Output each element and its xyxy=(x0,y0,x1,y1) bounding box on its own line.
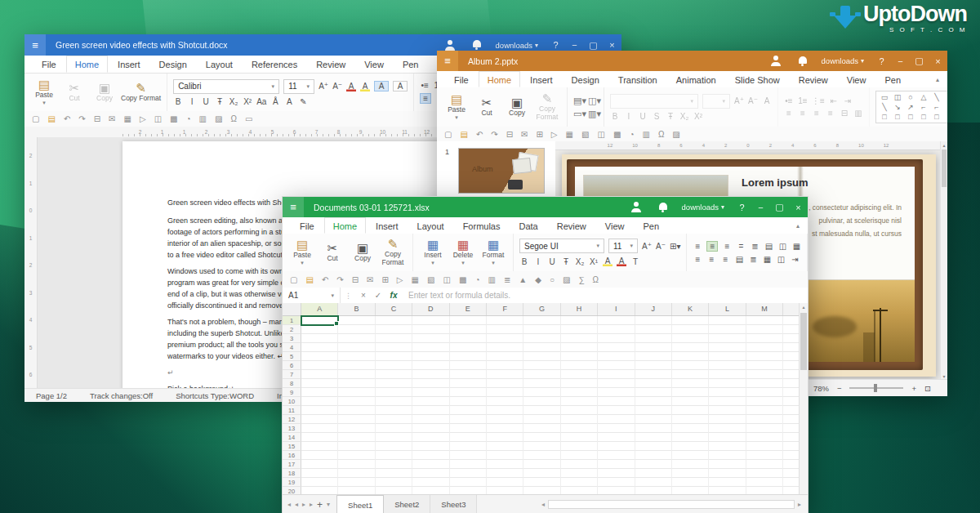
copy-format-button[interactable]: ✎Copy Format xyxy=(121,82,161,103)
quick-tool-icon[interactable]: ⊞ xyxy=(536,130,542,139)
cell-B19[interactable] xyxy=(338,478,375,487)
copy-format-button[interactable]: ✎Copy Format xyxy=(379,238,407,267)
cell-H3[interactable] xyxy=(561,334,598,343)
cell-K11[interactable] xyxy=(672,406,709,415)
quick-tool-icon[interactable]: ▷ xyxy=(140,114,146,123)
cell-I5[interactable] xyxy=(598,352,635,361)
cell-A5[interactable] xyxy=(301,352,338,361)
cell-I1[interactable] xyxy=(598,316,635,325)
quick-tool-icon[interactable]: ▩ xyxy=(613,130,621,139)
cell-C15[interactable] xyxy=(376,442,412,451)
list-format-button[interactable]: •≡ xyxy=(784,96,794,105)
column-header[interactable]: K xyxy=(672,303,709,315)
quick-tool-icon[interactable]: ▷ xyxy=(551,130,558,139)
menu-tab[interactable]: Review xyxy=(790,71,837,87)
text-format-button[interactable]: X¹ xyxy=(589,257,599,266)
text-format-button[interactable]: I xyxy=(624,112,634,121)
font-size-step-button[interactable]: A⁻ xyxy=(748,96,758,105)
shape-icon[interactable]: ╲ xyxy=(945,93,947,101)
paste-button[interactable]: ▤Paste▾ xyxy=(288,239,316,266)
cell-B9[interactable] xyxy=(338,388,375,397)
menu-tab[interactable]: Layout xyxy=(197,56,242,73)
cell-I4[interactable] xyxy=(598,343,635,352)
sheet-tab[interactable]: Sheet2 xyxy=(384,495,430,513)
row-header[interactable]: 14 xyxy=(283,433,301,442)
app-menu-button[interactable]: ≡ xyxy=(437,51,458,71)
app-menu-button[interactable]: ≡ xyxy=(24,34,46,56)
cut-button[interactable]: ✂Cut xyxy=(60,82,88,103)
cell-C11[interactable] xyxy=(376,406,412,415)
insert-function-button[interactable]: fx xyxy=(385,291,402,300)
column-header[interactable]: J xyxy=(635,303,672,315)
menu-tab[interactable]: Insert xyxy=(109,56,149,73)
column-header[interactable]: H xyxy=(561,303,598,315)
cell-H5[interactable] xyxy=(561,352,598,361)
cell-M2[interactable] xyxy=(746,325,783,334)
row-header[interactable]: 9 xyxy=(283,388,301,397)
sheet-nav-arrow[interactable]: ◂ xyxy=(295,501,298,508)
cell-M8[interactable] xyxy=(746,379,783,388)
cell-J6[interactable] xyxy=(635,361,672,370)
cell-G7[interactable] xyxy=(523,370,560,379)
font-size-step-button[interactable]: A⁺ xyxy=(318,82,328,91)
slide-tool-button[interactable]: ▥▾ xyxy=(588,109,598,119)
text-format-button[interactable]: Ŧ xyxy=(666,112,675,121)
align-button[interactable]: ≡ xyxy=(706,241,718,252)
list-format-button[interactable]: 1≡ xyxy=(798,96,808,105)
sheet-tab[interactable]: Sheet1 xyxy=(336,495,384,513)
select-all-corner[interactable] xyxy=(283,303,301,315)
font-color-button[interactable]: A xyxy=(617,256,626,266)
align-button[interactable]: ≡ xyxy=(798,109,808,118)
cell-L15[interactable] xyxy=(709,442,746,451)
menu-tab[interactable]: File xyxy=(291,217,323,234)
quick-tool-icon[interactable]: ↷ xyxy=(491,130,497,139)
cell-E12[interactable] xyxy=(450,415,487,424)
copy-button[interactable]: ▣Copy xyxy=(91,82,118,103)
shape-icon[interactable]: ╲ xyxy=(932,93,942,101)
quick-tool-icon[interactable]: ▲ xyxy=(519,275,527,284)
quick-tool-icon[interactable]: ◆ xyxy=(535,275,541,284)
cell-I10[interactable] xyxy=(598,397,635,406)
quick-tool-icon[interactable]: ○ xyxy=(550,275,555,284)
list-format-button[interactable]: ⇥ xyxy=(843,96,853,105)
font-name-select[interactable]: Calibri▾ xyxy=(173,79,279,94)
char-shading-button[interactable]: A xyxy=(393,81,408,91)
cell-B2[interactable] xyxy=(338,325,375,334)
cell-B15[interactable] xyxy=(338,442,375,451)
cell-J5[interactable] xyxy=(635,352,672,361)
cell-L6[interactable] xyxy=(709,361,746,370)
text-format-button[interactable]: Ŧ xyxy=(561,257,571,266)
add-sheet-button[interactable]: + xyxy=(317,499,323,511)
cell-E2[interactable] xyxy=(450,325,487,334)
close-button[interactable]: × xyxy=(929,56,947,66)
cell-I14[interactable] xyxy=(598,433,635,442)
sheet-list-icon[interactable]: ▾ xyxy=(327,501,330,508)
quick-tool-icon[interactable]: ◔ xyxy=(186,114,191,123)
cell-L14[interactable] xyxy=(709,433,746,442)
cell-K8[interactable] xyxy=(672,379,709,388)
cell-F17[interactable] xyxy=(487,460,523,469)
shape-icon[interactable]: ◫ xyxy=(893,93,902,101)
cell-M12[interactable] xyxy=(746,415,783,424)
cell-D8[interactable] xyxy=(412,379,449,388)
cell-D18[interactable] xyxy=(412,469,449,478)
quick-tool-icon[interactable]: ✉ xyxy=(521,130,528,139)
cell-A15[interactable] xyxy=(301,442,338,451)
cell-M7[interactable] xyxy=(746,370,783,379)
minimize-button[interactable]: − xyxy=(751,203,770,212)
text-style-button[interactable]: T xyxy=(630,257,640,266)
cell-D4[interactable] xyxy=(412,343,449,352)
menu-tab[interactable]: Home xyxy=(66,56,108,73)
cell-K6[interactable] xyxy=(672,361,709,370)
cell-D5[interactable] xyxy=(412,352,449,361)
highlight-color-button[interactable]: A xyxy=(360,82,370,91)
account-name[interactable]: downloads xyxy=(496,41,532,50)
cell-B4[interactable] xyxy=(338,343,375,352)
quick-tool-icon[interactable]: ▦ xyxy=(123,114,131,123)
app-menu-button[interactable]: ≡ xyxy=(283,197,304,217)
cell-A16[interactable] xyxy=(301,451,338,460)
cell-J3[interactable] xyxy=(635,334,672,343)
cell-C7[interactable] xyxy=(376,370,412,379)
cell-G6[interactable] xyxy=(523,361,560,370)
cell-E1[interactable] xyxy=(450,316,487,325)
